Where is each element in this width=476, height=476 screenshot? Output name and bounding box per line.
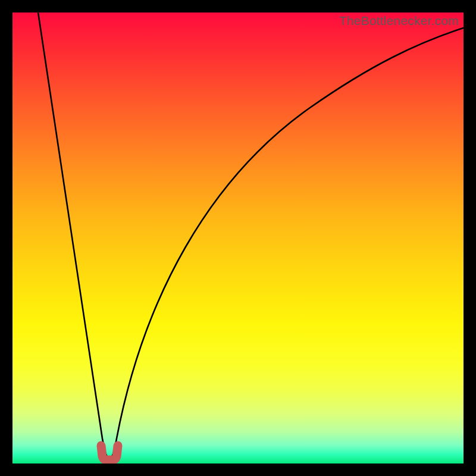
chart-frame: TheBottlenecker.com: [0, 0, 476, 476]
curve-layer: [12, 12, 464, 464]
minimum-marker: [101, 446, 118, 460]
watermark-text: TheBottlenecker.com: [339, 14, 459, 28]
plot-area: TheBottlenecker.com: [12, 12, 464, 464]
bottleneck-curve: [36, 12, 464, 459]
